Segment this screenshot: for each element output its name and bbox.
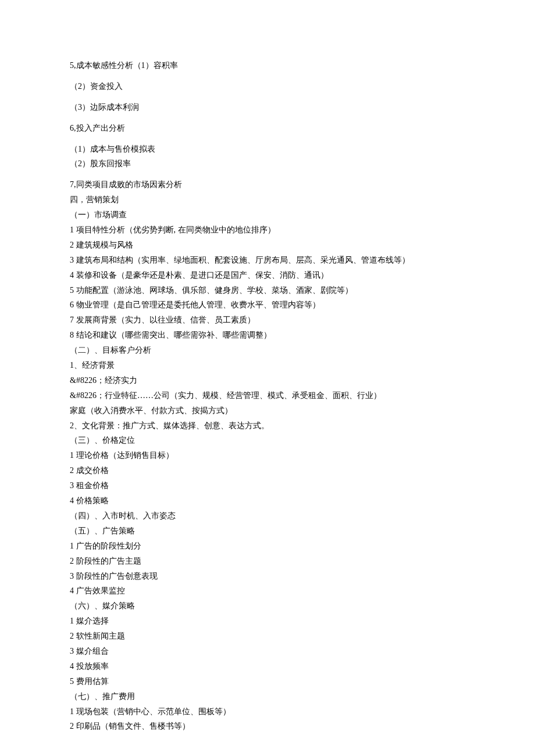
document-line: （3）边际成本利润 bbox=[70, 100, 465, 115]
document-line: 2 软性新闻主题 bbox=[70, 629, 465, 644]
document-line: 4 装修和设备（是豪华还是朴素、是进口还是国产、保安、消防、通讯） bbox=[70, 268, 465, 283]
document-line: 8 结论和建议（哪些需突出、哪些需弥补、哪些需调整） bbox=[70, 328, 465, 343]
document-line: 5 功能配置（游泳池、网球场、俱乐部、健身房、学校、菜场、酒家、剧院等） bbox=[70, 283, 465, 298]
document-line: 3 媒介组合 bbox=[70, 644, 465, 659]
document-line: 3 建筑布局和结构（实用率、绿地面积、配套设施、厅房布局、层高、采光通风、管道布… bbox=[70, 253, 465, 268]
document-line: 4 投放频率 bbox=[70, 659, 465, 674]
document-line: 6 物业管理（是自己管理还是委托他人管理、收费水平、管理内容等） bbox=[70, 298, 465, 313]
document-line: 4 价格策略 bbox=[70, 493, 465, 508]
document-line: （七）、推广费用 bbox=[70, 689, 465, 704]
document-line: 1 理论价格（达到销售目标） bbox=[70, 448, 465, 463]
document-body: 5,成本敏感性分析（1）容积率（2）资金投入（3）边际成本利润6,投入产出分析（… bbox=[70, 58, 465, 734]
document-line: （2）股东回报率 bbox=[70, 156, 465, 171]
document-line: 3 阶段性的广告创意表现 bbox=[70, 569, 465, 584]
document-line: （一）市场调查 bbox=[70, 207, 465, 223]
document-line: （五）、广告策略 bbox=[70, 524, 465, 539]
document-line: 1、经济背景 bbox=[70, 358, 465, 373]
document-line: 家庭（收入消费水平、付款方式、按揭方式） bbox=[70, 403, 465, 418]
document-line: 7 发展商背景（实力、以往业绩、信誉、员工素质） bbox=[70, 313, 465, 328]
document-line: 2 印刷品（销售文件、售楼书等） bbox=[70, 719, 465, 734]
document-line: 2 阶段性的广告主题 bbox=[70, 554, 465, 569]
document-line: 3 租金价格 bbox=[70, 478, 465, 493]
document-line: 4 广告效果监控 bbox=[70, 583, 465, 599]
document-line: （六）、媒介策略 bbox=[70, 599, 465, 614]
document-line: 1 媒介选择 bbox=[70, 614, 465, 629]
document-line: &#8226；经济实力 bbox=[70, 373, 465, 388]
document-line: 7,同类项目成败的市场因素分析 bbox=[70, 177, 465, 192]
document-line: 5 费用估算 bbox=[70, 674, 465, 689]
document-line: 1 项目特性分析（优劣势判断, 在同类物业中的地位排序） bbox=[70, 223, 465, 238]
document-line: 四，营销策划 bbox=[70, 192, 465, 207]
document-line: &#8226；行业特征……公司（实力、规模、经营管理、模式、承受租金、面积、行业… bbox=[70, 388, 465, 403]
document-line: （四）、入市时机、入市姿态 bbox=[70, 508, 465, 524]
document-line: 1 广告的阶段性划分 bbox=[70, 539, 465, 554]
document-line: 6,投入产出分析 bbox=[70, 121, 465, 136]
document-line: （1）成本与售价模拟表 bbox=[70, 142, 465, 157]
document-line: 1 现场包装（营销中心、示范单位、围板等） bbox=[70, 704, 465, 719]
document-line: 5,成本敏感性分析（1）容积率 bbox=[70, 58, 465, 73]
document-line: （2）资金投入 bbox=[70, 79, 465, 94]
document-line: 2 建筑规模与风格 bbox=[70, 238, 465, 253]
document-line: （三）、价格定位 bbox=[70, 433, 465, 448]
document-line: （二）、目标客户分析 bbox=[70, 343, 465, 358]
document-line: 2 成交价格 bbox=[70, 463, 465, 478]
document-line: 2、文化背景：推广方式、媒体选择、创意、表达方式。 bbox=[70, 418, 465, 433]
